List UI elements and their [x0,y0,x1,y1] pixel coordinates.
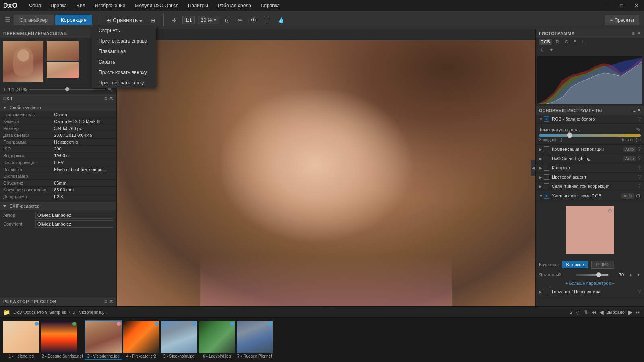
photo-props-section[interactable]: Свойства фото [0,103,116,111]
noise-settings-icon[interactable]: ⚙ [636,193,641,199]
quality-prime-button[interactable]: PRIME [591,261,614,269]
tool-contrast[interactable]: ▶ Контраст ? [536,163,644,173]
noise-swatch-gear-icon[interactable]: ⚙ [607,208,613,214]
hist-tab-g[interactable]: G [563,39,570,45]
tab-correction[interactable]: Коррекция [55,15,92,25]
presets-button[interactable]: ≡ Пресеты [605,15,639,25]
selective-tone-checkbox[interactable] [544,183,549,189]
tool-wb[interactable]: ▼ ■ RGB - баланс белого ? [536,115,644,124]
film-thumb-1[interactable]: 1 - Helene.jpg [3,321,39,359]
maximize-button[interactable]: □ [618,3,625,8]
wb-temperature-slider[interactable] [539,134,641,137]
menu-help[interactable]: Справка [259,3,281,8]
luminance-slider[interactable] [576,274,608,276]
grid-view-button[interactable]: ⊟ [148,15,158,25]
presets-panel-close-icon[interactable]: ✕ [109,299,114,304]
tool-noise[interactable]: ▼ ■ Уменьшение шума RGB Auto ⚙ [536,191,644,201]
tools-panel-close-icon[interactable]: ✕ [637,108,641,113]
horizon-help-icon[interactable]: ? [638,289,641,294]
moon-icon[interactable]: ☾ [539,46,546,53]
tool-selective-tone[interactable]: ▶ Селективная тон-коррекция ? [536,182,644,191]
tool-exposure[interactable]: ▶ Компенсация экспозиции Auto ? [536,145,644,154]
film-thumb-2[interactable]: 2 - Bosque Sunrise.nef [41,321,84,359]
color-accent-checkbox[interactable] [544,174,549,180]
wb-slider-handle[interactable] [567,132,572,138]
hist-tab-b[interactable]: B [572,39,578,45]
center-canvas[interactable]: Коррекция ◀ [117,29,535,306]
film-thumb-3[interactable]: 3 - Victorienne.jpg [85,321,122,359]
move-tool-button[interactable]: ✛ [169,15,179,25]
sort-icon[interactable]: ⇅ [584,309,588,315]
filmstrip-prev-btn[interactable]: ◀ [599,309,604,315]
filter-icon[interactable]: ▽ [576,309,579,315]
color-accent-help-icon[interactable]: ? [638,174,641,180]
close-button[interactable]: ✕ [632,3,641,8]
smart-lighting-checkbox[interactable] [544,156,549,161]
film-thumb-5[interactable]: 5 - Stockholm.jpg [161,321,197,359]
luminance-slider-handle[interactable] [596,272,601,277]
menu-edit[interactable]: Правка [49,3,68,8]
retouch-tool-button[interactable]: ✏ [235,15,245,25]
tool-smart-lighting[interactable]: ▶ DxO Smart Lighting Auto ? [536,154,644,163]
compare-button[interactable]: ⊞ Сравнить [104,15,145,25]
film-thumb-7[interactable]: 7 - Ruegen Pier.nef [237,321,273,359]
smart-lighting-help-icon[interactable]: ? [638,156,641,161]
quality-high-button[interactable]: Высокое [562,261,588,268]
context-menu-hide[interactable]: Скрыть [117,57,156,67]
zoom-plus-icon[interactable]: + [3,87,6,92]
tool-color-accent[interactable]: ▶ Цветовой акцент ? [536,173,644,182]
contrast-checkbox[interactable] [544,165,549,171]
menu-modules[interactable]: Модули DxO Optics [133,3,180,8]
hist-tab-r[interactable]: R [554,39,561,45]
tool-horizon[interactable]: ▶ Горизонт / Перспектива ? [536,287,644,296]
horizon-checkbox[interactable] [544,289,549,294]
film-thumb-6[interactable]: 6 - Ladybird.jpg [199,321,235,359]
hist-tab-l[interactable]: L [581,39,586,45]
minimize-button[interactable]: ─ [603,3,611,8]
film-thumb-4[interactable]: 4 - Fire-eater.cr2 [123,321,159,359]
context-menu-dock-right[interactable]: Пристыковать справа [117,36,156,46]
selective-tone-help-icon[interactable]: ? [638,183,641,189]
exposure-help-icon[interactable]: ? [638,146,641,152]
noise-checkbox[interactable]: ■ [544,193,549,199]
zoom-slider-handle[interactable] [65,87,69,91]
context-menu-dock-bottom[interactable]: Пристыковать снизу [117,78,156,88]
luminance-up-icon[interactable]: ▲ [628,272,633,278]
menu-workspace[interactable]: Рабочая среда [216,3,253,8]
context-menu-floating[interactable]: Плавающая [117,46,156,57]
presets-panel-menu-icon[interactable]: ≡ [104,299,107,304]
menu-image[interactable]: Изображение [93,3,127,8]
contrast-help-icon[interactable]: ? [638,165,641,171]
context-menu-dock-top[interactable]: Пристыковать вверху [117,67,156,78]
tab-organizer[interactable]: Органайзер [14,15,54,25]
wb-eyedropper-icon[interactable]: ✎ [636,126,641,133]
histogram-panel-menu-icon[interactable]: ≡ [632,31,635,36]
exif-author-input[interactable] [35,212,113,219]
exposure-checkbox[interactable] [544,146,549,152]
zoom-slider[interactable] [29,89,105,90]
exif-panel-close-icon[interactable]: ✕ [109,96,114,101]
context-menu-collapse[interactable]: Свернуть [117,29,156,36]
menu-file[interactable]: Файл [27,3,43,8]
exif-panel-menu-icon[interactable]: ≡ [104,96,107,101]
luminance-down-icon[interactable]: ▼ [636,272,641,278]
wb-checkbox[interactable]: ■ [544,116,549,122]
filmstrip-play-btn[interactable]: ▶ [628,309,633,315]
photo-canvas[interactable] [117,35,535,306]
exif-editor-section[interactable]: EXIF-редактор [0,202,116,210]
red-eye-button[interactable]: 👁 [248,15,259,25]
thumbnail-portrait[interactable] [47,41,79,61]
zoom-percent-control[interactable]: 20 % [198,16,219,24]
histogram-panel-close-icon[interactable]: ✕ [637,31,641,36]
selection-tool-button[interactable]: ⬚ [262,15,272,25]
hamburger-icon[interactable]: ☰ [5,16,10,24]
more-params-link[interactable]: + Больше параметров + [536,279,644,287]
thumbnail-lower[interactable] [47,62,79,78]
wb-help-icon[interactable]: ? [638,116,641,122]
hist-tab-rgb[interactable]: RGB [539,39,552,45]
tools-panel-menu-icon[interactable]: ≡ [633,108,636,113]
main-thumbnail[interactable] [3,41,43,82]
crop-tool-button[interactable]: ⊡ [223,15,232,25]
sun-icon[interactable]: ✦ [548,46,555,53]
exif-copyright-input[interactable] [35,220,113,228]
